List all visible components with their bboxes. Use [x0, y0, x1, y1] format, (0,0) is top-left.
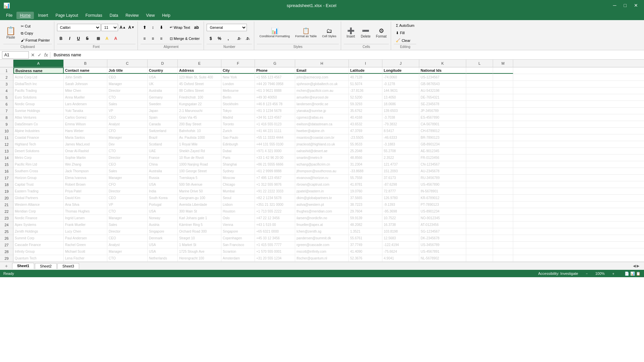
cell-M20[interactable]: [493, 195, 513, 201]
cell-C26[interactable]: CEO: [107, 235, 148, 241]
cell-D7[interactable]: Japan: [148, 108, 178, 114]
cell-L13[interactable]: [466, 148, 493, 154]
cell-E8[interactable]: Gran Via 45: [178, 114, 221, 121]
row-num-26[interactable]: 26: [0, 235, 13, 242]
cell-E13[interactable]: Sheikh Zayed Rd: [178, 148, 221, 154]
col-header-i[interactable]: I: [349, 60, 382, 67]
menu-data[interactable]: Data: [106, 12, 121, 19]
cell-M8[interactable]: [493, 114, 513, 121]
cell-M13[interactable]: [493, 148, 513, 154]
cell-J5[interactable]: 13.4050: [382, 94, 419, 101]
cell-A16[interactable]: Southern Cross: [13, 168, 64, 174]
cell-E23[interactable]: Karl Johans gate 1: [178, 215, 221, 221]
cell-B6[interactable]: Lars Andersen: [64, 101, 107, 107]
cell-K7[interactable]: JP-3456789: [419, 108, 466, 114]
cell-B18[interactable]: Robert Brown: [64, 181, 107, 188]
row-num-29[interactable]: 29: [0, 255, 13, 262]
confirm-formula-icon[interactable]: ✓: [38, 52, 42, 58]
formula-input[interactable]: [52, 51, 642, 59]
cell-D22[interactable]: USA: [148, 208, 178, 215]
cell-F15[interactable]: Shanghai: [221, 161, 255, 168]
cell-M12[interactable]: [493, 141, 513, 147]
cell-F3[interactable]: London: [221, 81, 255, 87]
row-num-19[interactable]: 19: [0, 188, 13, 195]
cell-I2[interactable]: 40.7128: [349, 74, 382, 80]
cell-B12[interactable]: James MacLeod: [64, 141, 107, 147]
cell-G26[interactable]: +45 33 12 3456: [255, 235, 295, 241]
cell-I17[interactable]: 55.7558: [349, 175, 382, 181]
menu-formulas[interactable]: Formulas: [82, 12, 106, 19]
cell-A4[interactable]: Pacific Trading: [13, 87, 64, 94]
row-num-28[interactable]: 28: [0, 248, 13, 255]
cell-C28[interactable]: Manager: [107, 248, 148, 255]
cell-D29[interactable]: Netherlands: [148, 255, 178, 261]
cell-G20[interactable]: +82 2 1234 5678: [255, 195, 295, 201]
cell-A26[interactable]: Summit Corp: [13, 235, 64, 241]
cell-G11[interactable]: +55 11 3333 4444: [255, 134, 295, 141]
cell-K26[interactable]: DK-2345678: [419, 235, 466, 241]
cell-B24[interactable]: Frank Mueller: [64, 222, 107, 228]
cell-E9[interactable]: 200 Bay Street: [178, 121, 221, 127]
cell-E1[interactable]: Address: [178, 67, 221, 74]
cell-E25[interactable]: Orchard Road 300: [178, 228, 221, 235]
row-num-22[interactable]: 22: [0, 208, 13, 215]
cell-A14[interactable]: Metro Corp: [13, 155, 64, 161]
clear-button[interactable]: 🧹 Clear: [394, 37, 412, 44]
cell-B1[interactable]: Contact name: [64, 67, 107, 74]
cell-C5[interactable]: CTO: [107, 94, 148, 101]
insert-button[interactable]: ➕ Insert: [344, 23, 358, 43]
cell-H13[interactable]: oalrashid@desert.ae: [295, 148, 349, 154]
col-header-f[interactable]: F: [221, 60, 255, 67]
cell-M11[interactable]: [493, 134, 513, 141]
cell-G21[interactable]: +351 21 321 0000: [255, 201, 295, 208]
cell-L10[interactable]: [466, 128, 493, 134]
cell-F20[interactable]: Seoul: [221, 195, 255, 201]
cell-B17[interactable]: Elena Ivanova: [64, 175, 107, 181]
cell-M18[interactable]: [493, 181, 513, 188]
row-num-20[interactable]: 20: [0, 195, 13, 201]
cell-E2[interactable]: 123 Main St, Suite 400: [178, 74, 221, 80]
cell-A1[interactable]: Business name: [13, 67, 64, 74]
row-num-18[interactable]: 18: [0, 181, 13, 188]
cell-K16[interactable]: AU-2345678: [419, 168, 466, 174]
cell-H22[interactable]: thughes@meridian.com: [295, 208, 349, 215]
borders-button[interactable]: ⊞: [94, 35, 102, 42]
cell-D9[interactable]: Canada: [148, 121, 178, 127]
cell-B2[interactable]: John Smith: [64, 74, 107, 80]
cell-D13[interactable]: UAE: [148, 148, 178, 154]
cell-K27[interactable]: US-3456789: [419, 242, 466, 248]
middle-align-button[interactable]: ↕: [149, 24, 157, 31]
cell-J23[interactable]: 10.7522: [382, 215, 419, 221]
cell-H12[interactable]: jmacleod@highland.co.uk: [295, 141, 349, 147]
cell-C4[interactable]: Director: [107, 87, 148, 94]
cell-M4[interactable]: [493, 87, 513, 94]
row-num-4[interactable]: 4: [0, 87, 13, 94]
cell-L5[interactable]: [466, 94, 493, 101]
col-header-j[interactable]: J: [382, 60, 419, 67]
cell-J6[interactable]: 18.0686: [382, 101, 419, 107]
cell-D4[interactable]: Australia: [148, 87, 178, 94]
cell-K15[interactable]: CN-1234567: [419, 161, 466, 168]
row-num-3[interactable]: 3: [0, 81, 13, 87]
cell-B28[interactable]: Michael Scott: [64, 248, 107, 255]
cell-L4[interactable]: [466, 87, 493, 94]
format-button[interactable]: ⚙ Format: [374, 23, 389, 43]
cell-L23[interactable]: [466, 215, 493, 221]
cell-C15[interactable]: CEO: [107, 161, 148, 168]
cell-D19[interactable]: India: [148, 188, 178, 194]
cell-J8[interactable]: -3.7038: [382, 114, 419, 121]
cell-A3[interactable]: GlobalTech Inc: [13, 81, 64, 87]
cell-A5[interactable]: Euro Solutions: [13, 94, 64, 101]
cell-M21[interactable]: [493, 201, 513, 208]
cell-I28[interactable]: 41.4090: [349, 248, 382, 255]
cell-H19[interactable]: ppatel@eastern.in: [295, 188, 349, 194]
cell-C14[interactable]: Director: [107, 155, 148, 161]
cell-C2[interactable]: CEO: [107, 74, 148, 80]
font-name-select[interactable]: Calibri: [57, 24, 101, 31]
row-num-24[interactable]: 24: [0, 222, 13, 228]
cell-G7[interactable]: +81 3 1234 5678: [255, 108, 295, 114]
cell-M26[interactable]: [493, 235, 513, 241]
menu-insert[interactable]: Insert: [35, 12, 51, 19]
cell-L6[interactable]: [466, 101, 493, 107]
col-header-k[interactable]: K: [419, 60, 466, 67]
